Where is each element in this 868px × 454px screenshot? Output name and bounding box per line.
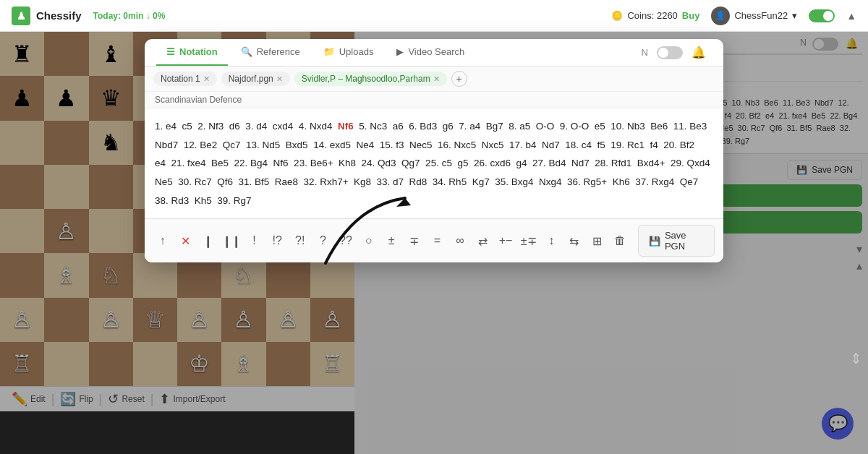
close-modal-pill-notation1[interactable]: ✕ [203, 74, 210, 84]
modal-tab-uploads[interactable]: 📁 Uploads [313, 39, 384, 66]
modal-notation-icon: ☰ [166, 46, 175, 57]
toolbar-plusminus[interactable]: ± [382, 231, 401, 251]
toolbar-exclaim[interactable]: ! [245, 231, 264, 251]
modal-n-toggle[interactable] [657, 46, 683, 59]
main-layout: ♜♝♚♜♟♟♛♞♟♝♟♞♟♞♟♗♟♙♙♗♘♘♙♙♕♙♙♙♙♖♔♗♖ ✏️ Edi… [0, 32, 868, 454]
notation-modal: ☰ Notation 🔍 Reference 📁 Uploads ▶ Video… [145, 39, 723, 262]
username: ChessFun22 [734, 10, 788, 21]
buy-link[interactable]: Buy [682, 10, 700, 21]
modal-tab-bar: ☰ Notation 🔍 Reference 📁 Uploads ▶ Video… [145, 39, 723, 67]
coins-area: 🪙 Coins: 2260 Buy [611, 10, 699, 21]
toolbar-equal[interactable]: = [428, 231, 447, 251]
modal-pill-najdorf[interactable]: Najdorf.pgn ✕ [221, 72, 290, 86]
theme-toggle[interactable] [809, 9, 835, 22]
modal-n-label: N [636, 47, 654, 58]
toolbar-pm2[interactable]: ±∓ [519, 231, 538, 251]
toolbar-infinity[interactable]: ∞ [451, 231, 469, 251]
toolbar-minusplus[interactable]: ∓ [405, 231, 424, 251]
today-badge: Today: 0min ↓ 0% [93, 11, 166, 21]
top-navigation: ♟ Chessify Today: 0min ↓ 0% 🪙 Coins: 226… [0, 0, 868, 32]
modal-overlay[interactable]: ☰ Notation 🔍 Reference 📁 Uploads ▶ Video… [0, 32, 868, 454]
modal-add-tab[interactable]: + [451, 71, 467, 87]
modal-bell-icon[interactable]: 🔔 [686, 46, 712, 59]
logo[interactable]: ♟ Chessify [12, 7, 82, 25]
avatar: 👤 [711, 7, 730, 25]
toolbar-double-q[interactable]: ?? [336, 231, 355, 251]
toolbar-plus-minus2[interactable]: +− [496, 231, 515, 251]
toolbar-arrows2[interactable]: ⇆ [565, 231, 584, 251]
collapse-icon[interactable]: ▲ [846, 10, 856, 22]
toolbar-grid[interactable]: ⊞ [588, 231, 607, 251]
modal-toolbar: ↑ ✕ ❙ ❙❙ ! !? ?! ? ?? ○ ± ∓ = ∞ ⇄ +− ±∓ … [145, 218, 723, 262]
modal-pill-notation1[interactable]: Notation 1 ✕ [153, 72, 217, 86]
modal-save-pgn[interactable]: 💾 Save PGN [638, 225, 715, 257]
modal-opening-name: Scandinavian Defence [145, 92, 723, 108]
modal-save-icon: 💾 [649, 236, 660, 247]
toolbar-updown[interactable]: ↕ [542, 231, 561, 251]
toolbar-single-bar[interactable]: ❙ [199, 231, 218, 251]
toolbar-q-exclaim[interactable]: ?! [291, 231, 310, 251]
modal-reference-icon: 🔍 [241, 46, 252, 57]
modal-uploads-icon: 📁 [323, 46, 335, 57]
toolbar-double-bar[interactable]: ❙❙ [222, 231, 241, 251]
user-area[interactable]: 👤 ChessFun22 ▾ [711, 7, 797, 25]
toolbar-up[interactable]: ↑ [153, 231, 172, 251]
modal-tab-video[interactable]: ▶ Video Search [386, 39, 475, 66]
toolbar-exclaim-q[interactable]: !? [268, 231, 286, 251]
close-modal-pill-najdorf[interactable]: ✕ [276, 74, 283, 84]
modal-notation-body: 1. e4 c5 2. Nf3 d6 3. d4 cxd4 4. Nxd4 Nf… [145, 108, 723, 218]
toolbar-cancel[interactable]: ✕ [176, 231, 195, 251]
logo-icon: ♟ [12, 7, 30, 25]
close-modal-pill-svidler[interactable]: ✕ [433, 74, 440, 84]
modal-pill-svidler[interactable]: Svidler,P – Maghsoodloo,Parham ✕ [294, 72, 447, 86]
toolbar-question[interactable]: ? [314, 231, 333, 251]
modal-video-icon: ▶ [396, 46, 404, 57]
toolbar-arrows[interactable]: ⇄ [474, 231, 493, 251]
logo-text: Chessify [36, 9, 82, 22]
toolbar-circle[interactable]: ○ [359, 231, 378, 251]
toolbar-delete[interactable]: 🗑 [610, 231, 629, 251]
modal-pills-bar: Notation 1 ✕ Najdorf.pgn ✕ Svidler,P – M… [145, 67, 723, 92]
resize-handle[interactable]: ⇕ [850, 350, 862, 367]
modal-tab-reference[interactable]: 🔍 Reference [231, 39, 310, 66]
modal-tab-notation[interactable]: ☰ Notation [156, 39, 228, 66]
